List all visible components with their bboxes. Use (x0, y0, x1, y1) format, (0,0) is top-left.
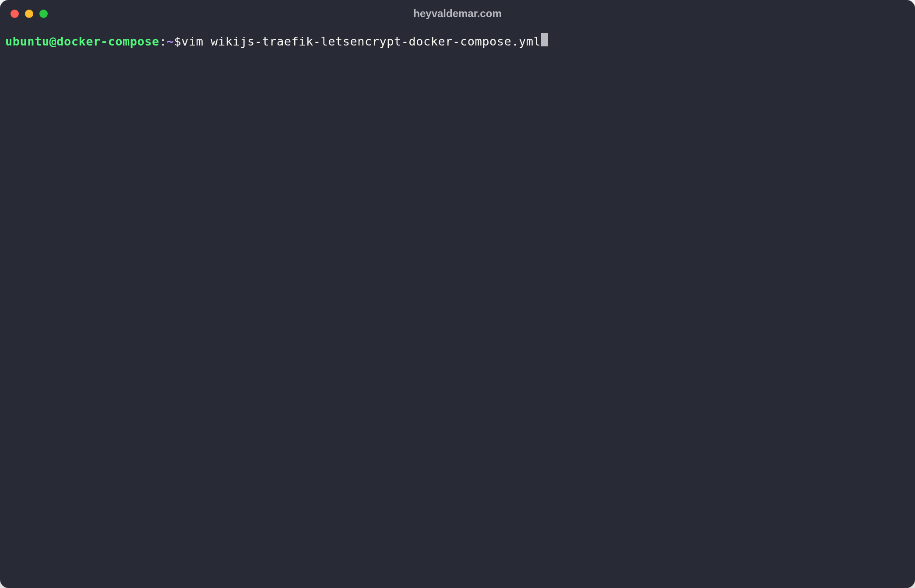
prompt-user-host: ubuntu@docker-compose (5, 33, 159, 50)
prompt-colon: : (159, 33, 167, 50)
traffic-lights (11, 10, 48, 18)
titlebar[interactable]: heyvaldemar.com (0, 0, 915, 27)
maximize-button[interactable] (39, 10, 48, 18)
terminal-body[interactable]: ubuntu@docker-compose:~$ vim wikijs-trae… (0, 27, 915, 588)
window-title: heyvaldemar.com (413, 7, 501, 20)
terminal-window: heyvaldemar.com ubuntu@docker-compose:~$… (0, 0, 915, 588)
prompt-symbol: $ (174, 33, 181, 50)
cursor-icon (541, 33, 548, 46)
minimize-button[interactable] (25, 10, 33, 18)
prompt-line: ubuntu@docker-compose:~$ vim wikijs-trae… (5, 32, 910, 50)
command-text: vim wikijs-traefik-letsencrypt-docker-co… (181, 33, 541, 50)
close-button[interactable] (11, 10, 19, 18)
prompt-path: ~ (167, 33, 174, 50)
